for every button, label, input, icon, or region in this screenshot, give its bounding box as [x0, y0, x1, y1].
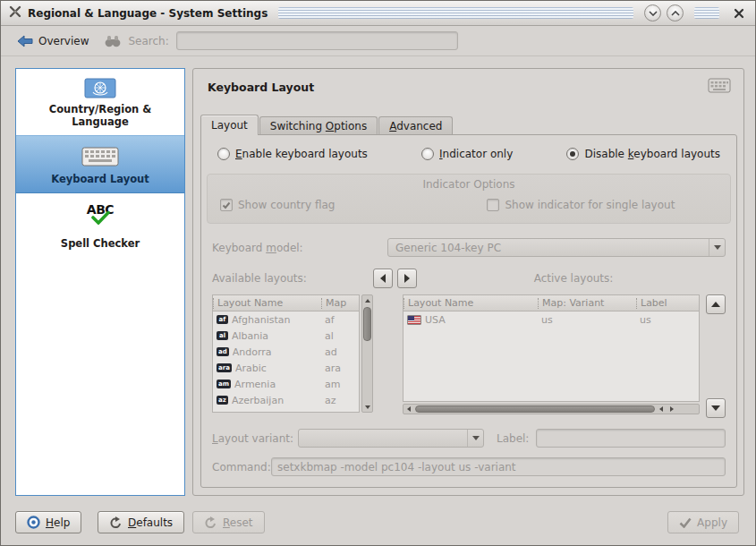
remove-layout-button: [397, 269, 417, 288]
show-country-flag-checkbox: Show country flag: [220, 199, 335, 211]
table-header: Layout Name Map: [213, 295, 359, 311]
available-layouts-table: Layout Name Map af Afghanistan af al Alb…: [212, 294, 360, 413]
combo-arrow-icon: [709, 239, 725, 256]
titlebar-decoration: [278, 7, 633, 19]
table-row: am Armenia am: [213, 376, 359, 392]
sidebar-item-label: Spell Checker: [61, 237, 140, 250]
checkbox-checked: [220, 199, 233, 211]
search-input: [176, 31, 458, 50]
layout-variant-combobox: [298, 429, 484, 448]
table-row: af Afghanistan af: [213, 311, 359, 328]
keyboard-model-combobox: Generic 104-key PC: [387, 238, 726, 257]
main-panel: Keyboard Layout Layout Switching Options…: [192, 68, 744, 496]
column-label: Label: [636, 298, 699, 309]
sidebar-item-label: Country/Region & Language: [20, 103, 181, 128]
scroll-left-icon: [656, 406, 667, 412]
close-icon: [734, 8, 744, 19]
defaults-button[interactable]: Defaults: [98, 511, 184, 533]
us-flag-icon: [407, 315, 421, 325]
layout-mode-radio-group: Enable keyboard layouts Indicator only D…: [201, 135, 736, 160]
keyboard-icon: [81, 145, 119, 168]
chevron-up-icon: [671, 11, 680, 16]
move-layout-up-button: [706, 294, 726, 314]
green-check-icon: [90, 211, 110, 225]
sidebar-item-label: Keyboard Layout: [51, 173, 149, 185]
disable-keyboard-layouts-radio[interactable]: Disable keyboard layouts: [566, 148, 720, 160]
window-title: Regional & Language - System Settings: [28, 7, 268, 20]
column-layout-name: Layout Name: [403, 298, 538, 309]
available-layouts-scrollbar: [361, 294, 373, 413]
column-map-variant: Map: Variant: [538, 298, 636, 309]
scroll-down-icon: [362, 402, 372, 412]
toolbar: Overview Search:: [1, 26, 755, 56]
checkbox-unchecked: [487, 199, 499, 211]
indicator-only-radio[interactable]: Indicator only: [421, 148, 513, 160]
tab-bar: Layout Switching Options Advanced: [200, 115, 454, 135]
indicator-options-group: Indicator Options Show country flag Show…: [207, 174, 731, 224]
column-layout-name: Layout Name: [213, 298, 321, 309]
reset-icon: [204, 516, 217, 529]
available-layouts-label: Available layouts:: [212, 272, 373, 285]
back-arrow-icon: [17, 35, 33, 47]
overview-button[interactable]: Overview: [10, 32, 97, 50]
command-label: Command:: [212, 461, 271, 473]
reset-button: Reset: [192, 511, 265, 533]
scroll-right-icon: [667, 406, 677, 412]
column-map: Map: [321, 298, 359, 309]
add-layout-button: [373, 269, 393, 288]
defaults-icon: [109, 516, 123, 529]
table-row: al Albania al: [213, 328, 359, 344]
active-layouts-label: Active layouts:: [421, 272, 726, 285]
tab-layout[interactable]: Layout: [200, 115, 259, 135]
flag-badge: az: [217, 396, 228, 405]
help-button[interactable]: Help: [15, 511, 81, 533]
active-layouts-table: Layout Name Map: Variant Label USA us us: [403, 294, 700, 402]
scroll-up-icon: [362, 295, 372, 305]
active-layouts-hscrollbar: [403, 404, 700, 414]
flag-badge: am: [217, 380, 231, 388]
combo-arrow-icon: [467, 430, 483, 447]
show-indicator-single-checkbox: Show indicator for single layout: [487, 199, 675, 211]
apply-button: Apply: [667, 511, 739, 533]
move-layout-down-button: [706, 398, 726, 418]
down-arrow-icon: [711, 405, 720, 411]
flag-badge: al: [217, 331, 228, 340]
label-field-label: Label:: [497, 432, 536, 445]
overview-label: Overview: [38, 35, 89, 47]
page-title: Keyboard Layout: [208, 81, 314, 94]
window-icon: [8, 4, 22, 21]
sidebar-item-spell-checker[interactable]: ABC Spell Checker: [16, 193, 184, 257]
layout-tab-content: Enable keyboard layouts Indicator only D…: [200, 134, 737, 488]
table-header: Layout Name Map: Variant Label: [403, 295, 699, 311]
reorder-buttons: [706, 294, 726, 418]
keyboard-header-icon: [708, 78, 731, 93]
left-arrow-icon: [380, 274, 386, 283]
enable-keyboard-layouts-radio[interactable]: Enable keyboard layouts: [217, 148, 368, 160]
keyboard-model-label: Keyboard model:: [212, 242, 387, 254]
titlebar[interactable]: Regional & Language - System Settings: [1, 1, 755, 26]
scroll-left-icon: [403, 406, 414, 412]
table-row: az Azerbaijan az: [213, 392, 359, 408]
sidebar-item-country-region-language[interactable]: Country/Region & Language: [16, 69, 184, 135]
spell-checker-icon: ABC: [87, 202, 114, 233]
table-row: ad Andorra ad: [213, 344, 359, 360]
help-icon: [27, 516, 40, 529]
scrollbar-thumb: [415, 405, 655, 413]
radio-circle: [421, 148, 434, 160]
shade-button[interactable]: [644, 4, 661, 21]
command-input: [271, 457, 726, 476]
table-row-usa: USA us us: [403, 311, 699, 328]
un-flag-icon: [84, 78, 116, 98]
close-button[interactable]: [730, 4, 748, 22]
tab-advanced[interactable]: Advanced: [378, 116, 453, 134]
maximize-button[interactable]: [667, 4, 684, 21]
tab-switching-options[interactable]: Switching Options: [259, 116, 378, 134]
radio-circle-selected: [566, 148, 579, 160]
scrollbar-thumb: [363, 307, 371, 341]
sidebar-item-keyboard-layout[interactable]: Keyboard Layout: [16, 135, 184, 193]
layout-variant-label: Layout variant:: [212, 432, 298, 445]
apply-check-icon: [679, 517, 692, 528]
flag-badge: ara: [217, 363, 232, 372]
chevron-down-icon: [649, 11, 658, 16]
search-icon: [104, 34, 122, 47]
